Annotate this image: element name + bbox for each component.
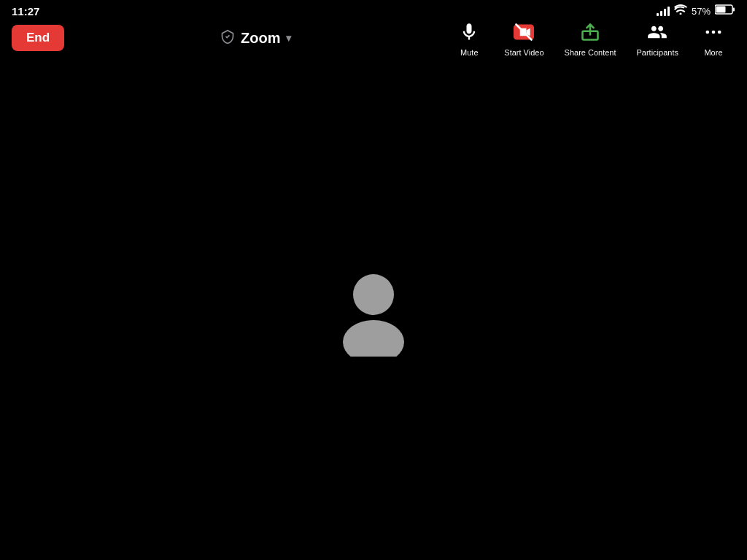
svg-point-11 (353, 274, 394, 315)
avatar-placeholder (330, 262, 417, 357)
mute-label: Mute (460, 48, 478, 57)
signal-icon (657, 6, 670, 16)
share-content-button[interactable]: Share Content (557, 16, 624, 60)
end-button[interactable]: End (12, 25, 64, 51)
status-bar: 11:27 57% (0, 0, 747, 22)
participants-button[interactable]: Participants (630, 16, 686, 60)
start-video-button[interactable]: Start Video (497, 16, 551, 60)
chevron-down-icon: ▾ (286, 32, 291, 44)
svg-point-8 (705, 31, 709, 34)
user-avatar-icon (330, 262, 417, 357)
participants-icon (644, 19, 670, 45)
svg-point-12 (343, 320, 404, 357)
svg-point-9 (712, 31, 716, 34)
video-icon (511, 19, 537, 45)
status-time: 11:27 (12, 5, 39, 18)
start-video-label: Start Video (504, 48, 543, 57)
svg-rect-1 (716, 7, 726, 13)
main-content (0, 58, 747, 560)
share-icon (577, 19, 603, 45)
zoom-title: Zoom (241, 30, 280, 47)
more-icon (700, 19, 727, 45)
shield-icon (220, 29, 235, 47)
wifi-icon (674, 4, 687, 18)
meeting-title: Zoom ▾ (220, 29, 291, 47)
share-content-label: Share Content (565, 48, 616, 57)
svg-rect-2 (733, 8, 735, 12)
mute-icon (456, 19, 482, 45)
battery-percent: 57% (692, 6, 711, 17)
toolbar: Mute Start Video (447, 16, 735, 60)
more-label: More (704, 48, 722, 57)
status-icons: 57% (657, 4, 735, 18)
mute-button[interactable]: Mute (447, 16, 491, 60)
svg-point-10 (718, 31, 721, 34)
more-button[interactable]: More (692, 16, 735, 60)
participants-label: Participants (637, 48, 678, 57)
battery-icon (715, 4, 735, 18)
